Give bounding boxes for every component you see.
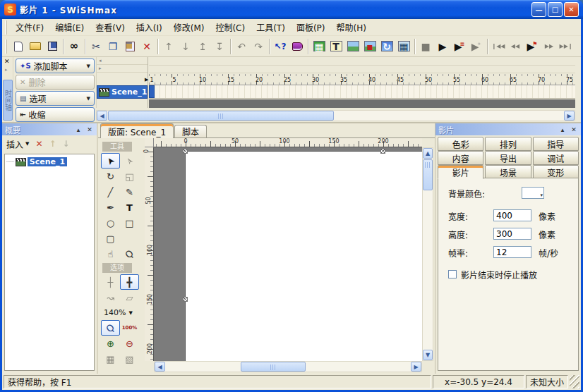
scroll-down-icon[interactable]: ▼: [423, 350, 433, 360]
insert-content-button[interactable]: ▪: [361, 38, 378, 55]
panel-tab-5[interactable]: 调试: [533, 151, 579, 165]
delete-script-button[interactable]: ✕删除: [16, 75, 95, 90]
save-button[interactable]: [44, 38, 61, 55]
scale-tool[interactable]: ◱: [120, 169, 139, 184]
insert-button[interactable]: 插入▼: [6, 138, 29, 150]
scroll-up-icon[interactable]: ▲: [423, 148, 433, 159]
redo-button[interactable]: ↷: [250, 38, 267, 55]
insert-text-button[interactable]: T: [327, 38, 344, 55]
zoom-tool[interactable]: Ϙ: [120, 246, 139, 262]
paste-button[interactable]: [121, 38, 138, 55]
bring-to-front-button[interactable]: ↥: [194, 38, 211, 55]
timeline-scene-row-header[interactable]: Scene_1: [97, 85, 148, 99]
move-down-button[interactable]: ↓: [177, 38, 194, 55]
panel-tab-4[interactable]: 导出: [485, 151, 531, 165]
context-help-button[interactable]: ↖?: [272, 38, 289, 55]
timeline-scroll-thumb[interactable]: [108, 111, 334, 121]
move-item-down-button[interactable]: ↓: [63, 139, 70, 149]
move-item-up-button[interactable]: ↑: [49, 139, 56, 149]
menu-item-c[interactable]: 控制(C): [210, 19, 251, 35]
canvas-viewport[interactable]: [154, 147, 422, 361]
rotate-transform-tool[interactable]: ↻: [101, 169, 120, 184]
scene-frames-row[interactable]: [149, 85, 575, 99]
panel-close-button[interactable]: ✕: [570, 126, 578, 133]
pen-tool[interactable]: ✒: [101, 200, 120, 215]
tab-layout[interactable]: 版面: Scene_1: [100, 123, 174, 138]
options-button[interactable]: ▤选项▼: [16, 91, 95, 106]
menu-item-m[interactable]: 修改(M): [168, 19, 210, 35]
rectangle-tool[interactable]: □: [120, 215, 139, 231]
toolbar-gripper[interactable]: [5, 39, 7, 54]
delete-object-button[interactable]: ✕: [35, 139, 42, 149]
panel-tab-6[interactable]: 影片: [438, 165, 483, 179]
width-input[interactable]: [493, 209, 531, 221]
zoom-100-button[interactable]: 100%: [120, 320, 139, 336]
scroll-left-icon[interactable]: ◀: [155, 362, 165, 372]
menubar-gripper[interactable]: [5, 20, 7, 35]
insert-sprite-button[interactable]: ↻: [378, 38, 395, 55]
cut-button[interactable]: ✂: [88, 38, 104, 55]
zoom-level-dropdown[interactable]: 140%▼: [101, 307, 139, 319]
menu-item-h[interactable]: 帮助(H): [331, 19, 372, 35]
playhead-icon[interactable]: ▶: [145, 77, 148, 82]
pencil-tool[interactable]: ✎: [120, 184, 139, 200]
copy-button[interactable]: ❐: [104, 38, 121, 55]
timeline-mini-row-2[interactable]: ▸: [97, 65, 148, 73]
select-tool[interactable]: ➤: [101, 153, 120, 169]
scroll-left-icon[interactable]: ◀: [97, 111, 107, 121]
movie-panel-titlebar[interactable]: 影片 ▴ ✕: [435, 123, 581, 135]
insert-scene-button[interactable]: ▦: [311, 38, 327, 55]
canvas-horizontal-scrollbar[interactable]: ◀ ▶: [154, 361, 422, 372]
canvas-vertical-scrollbar[interactable]: ▲ ▼: [422, 147, 433, 361]
step-back-button[interactable]: ◀◀: [507, 38, 524, 55]
stop-button[interactable]: ■: [417, 38, 434, 55]
reshape-tool[interactable]: ▱: [120, 290, 139, 305]
maximize-button[interactable]: □: [548, 2, 563, 17]
add-script-button[interactable]: ✦S添加脚本▼: [16, 59, 95, 73]
menu-item-t[interactable]: 工具(T): [251, 19, 291, 35]
frame-ruler[interactable]: ▶151015202530354045505560657075: [149, 74, 575, 85]
stop-at-end-checkbox[interactable]: [448, 270, 457, 278]
menu-item-e[interactable]: 编辑(E): [49, 19, 90, 35]
zoom-in-button[interactable]: ⊕: [101, 336, 120, 351]
ellipse-tool[interactable]: ○: [101, 215, 120, 231]
scroll-right-icon[interactable]: ▶: [564, 111, 575, 121]
resize-grip[interactable]: [570, 375, 579, 388]
move-up-button[interactable]: ↑: [160, 38, 177, 55]
panel-close-button[interactable]: ✕: [85, 126, 94, 133]
panel-tab-8[interactable]: 变形: [533, 165, 579, 179]
timeline-expand-icon[interactable]: ▸: [5, 67, 8, 73]
minimize-button[interactable]: —: [531, 2, 546, 17]
step-forward-button[interactable]: ▶▶: [541, 38, 558, 55]
pan-tool[interactable]: ☝: [101, 246, 120, 262]
show-grid-button[interactable]: ▦: [101, 351, 120, 367]
find-button[interactable]: ∞: [66, 38, 83, 55]
open-button[interactable]: [27, 38, 44, 55]
menu-item-p[interactable]: 面板(P): [291, 19, 331, 35]
timeline-close-button[interactable]: ✕: [4, 58, 10, 65]
play-timeline-button[interactable]: ▶≣: [451, 38, 468, 55]
frame-1-cell[interactable]: [149, 85, 155, 98]
panel-tab-1[interactable]: 排列: [485, 137, 531, 151]
zoom-area-button[interactable]: Ϙ: [101, 320, 120, 336]
menu-item-f[interactable]: 文件(F): [10, 19, 49, 35]
menu-item-v[interactable]: 查看(V): [90, 19, 131, 35]
transform-anchor-tool[interactable]: ┼: [101, 274, 120, 290]
line-tool[interactable]: ╱: [101, 184, 120, 200]
close-button[interactable]: ✕: [564, 2, 579, 17]
manual-button[interactable]: [289, 38, 306, 55]
autoshape-tool[interactable]: ▢: [101, 231, 120, 246]
stage-handle-top-middle[interactable]: [380, 149, 385, 154]
stage-handle-top-left[interactable]: [183, 149, 188, 154]
snap-to-object-toggle[interactable]: ╋: [120, 274, 139, 290]
panel-tab-0[interactable]: 色彩: [438, 137, 483, 151]
panel-tab-3[interactable]: 内容: [438, 151, 483, 165]
timeline-scrollbar[interactable]: ◀ ▶: [96, 110, 575, 121]
go-to-end-button[interactable]: ▶▶❙: [558, 38, 575, 55]
panel-tab-7[interactable]: 场景: [485, 165, 531, 179]
delete-button[interactable]: ✕: [138, 38, 155, 55]
play-effect-button[interactable]: ▶✦: [468, 38, 485, 55]
play-from-frame-button[interactable]: ▶⚑: [524, 38, 541, 55]
edit-grid-button[interactable]: ▧: [120, 351, 139, 367]
undo-button[interactable]: ↶: [233, 38, 250, 55]
